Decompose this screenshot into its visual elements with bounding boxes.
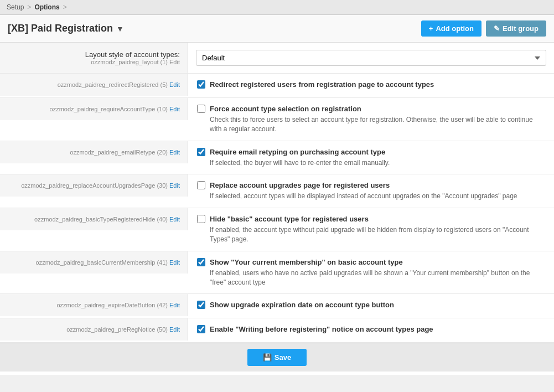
option-checkbox[interactable] [197, 80, 205, 89]
checkbox-row: Redirect registered users from registrat… [197, 80, 545, 89]
option-key: ozzmodz_paidreg_replaceAccountUpgradesPa… [6, 182, 180, 189]
save-icon: 💾 [263, 353, 272, 362]
option-content-cell: Replace account upgrades page for regist… [188, 174, 554, 208]
option-label: Replace account upgrades page for regist… [210, 181, 390, 189]
edit-group-label: Edit group [503, 24, 539, 33]
option-checkbox[interactable] [197, 105, 205, 113]
option-row: ozzmodz_paidreg_basicTypeRegisteredHide … [0, 208, 554, 251]
option-label-cell: ozzmodz_paidreg_redirectRegistered (5) E… [0, 74, 188, 96]
option-label-cell: ozzmodz_paidreg_basicTypeRegisteredHide … [0, 208, 188, 230]
option-content-cell: Show "Your current membership" on basic … [188, 251, 554, 294]
option-key: ozzmodz_paidreg_basicTypeRegisteredHide … [6, 216, 180, 223]
layout-key: ozzmodz_paidreg_layout (1) Edit [6, 59, 180, 65]
option-label-cell: ozzmodz_paidreg_preRegNotice (50) Edit [0, 318, 188, 341]
checkbox-row: Replace account upgrades page for regist… [197, 181, 545, 189]
option-content-cell: Force account type selection on registra… [188, 98, 554, 141]
plus-icon: + [429, 24, 433, 33]
checkbox-row: Show "Your current membership" on basic … [197, 258, 545, 266]
option-key: ozzmodz_paidreg_expireDateButton (42) Ed… [6, 302, 180, 308]
checkbox-row: Require email retyping on purchasing acc… [197, 148, 545, 156]
option-row: ozzmodz_paidreg_redirectRegistered (5) E… [0, 74, 554, 98]
option-key: ozzmodz_paidreg_redirectRegistered (5) E… [6, 81, 180, 88]
option-checkbox[interactable] [197, 181, 205, 189]
page-header: [XB] Paid Registration ▼ + Add option ✎ … [0, 15, 554, 43]
option-row: ozzmodz_paidreg_emailRetype (20) EditReq… [0, 141, 554, 175]
layout-label-text: Layout style of account types: [85, 50, 180, 59]
breadcrumb-sep1: > [27, 3, 31, 11]
option-checkbox[interactable] [197, 215, 205, 223]
option-content-cell: Show upgrade expiration date on account … [188, 294, 554, 318]
option-description: If selected, the buyer will have to re-e… [210, 158, 545, 168]
option-checkbox[interactable] [197, 301, 205, 309]
option-label: Show "Your current membership" on basic … [210, 258, 403, 266]
option-row: ozzmodz_paidreg_expireDateButton (42) Ed… [0, 294, 554, 318]
checkbox-row: Enable "Writing before registering" noti… [197, 325, 545, 333]
option-label-cell: ozzmodz_paidreg_basicCurrentMembership (… [0, 251, 188, 274]
layout-content-cell: Default [188, 44, 554, 71]
breadcrumb-setup[interactable]: Setup [7, 3, 24, 11]
option-label-cell: ozzmodz_paidreg_replaceAccountUpgradesPa… [0, 174, 188, 197]
option-content-cell: Hide "basic" account type for registered… [188, 208, 554, 251]
option-edit-link[interactable]: Edit [169, 81, 180, 88]
checkbox-row: Force account type selection on registra… [197, 105, 545, 113]
add-option-button[interactable]: + Add option [421, 20, 481, 37]
option-description: Check this to force users to select an a… [210, 115, 545, 134]
checkbox-row: Show upgrade expiration date on account … [197, 301, 545, 309]
option-description: If enabled, the account type without pai… [210, 225, 545, 244]
layout-edit-link[interactable]: Edit [169, 59, 180, 65]
breadcrumb-options[interactable]: Options [34, 3, 59, 11]
option-content-cell: Enable "Writing before registering" noti… [188, 318, 554, 342]
option-label: Redirect registered users from registrat… [210, 80, 434, 89]
option-checkbox[interactable] [197, 325, 205, 333]
edit-group-button[interactable]: ✎ Edit group [486, 20, 546, 37]
page-title: [XB] Paid Registration ▼ [8, 23, 124, 34]
option-label: Require email retyping on purchasing acc… [210, 148, 385, 156]
save-button[interactable]: 💾 Save [247, 349, 307, 366]
footer-bar: 💾 Save [0, 343, 554, 372]
page-title-text: [XB] Paid Registration [8, 23, 113, 34]
option-label-cell: ozzmodz_paidreg_expireDateButton (42) Ed… [0, 294, 188, 316]
breadcrumb: Setup > Options > [0, 0, 554, 15]
layout-label-cell: Layout style of account types: ozzmodz_p… [0, 43, 188, 73]
option-label: Hide "basic" account type for registered… [210, 215, 369, 223]
option-checkbox[interactable] [197, 148, 205, 156]
add-option-label: Add option [436, 24, 474, 33]
option-row: ozzmodz_paidreg_requireAccountType (10) … [0, 98, 554, 141]
option-content-cell: Require email retyping on purchasing acc… [188, 141, 554, 174]
edit-icon: ✎ [494, 24, 500, 33]
main-content: Layout style of account types: ozzmodz_p… [0, 43, 554, 375]
option-edit-link[interactable]: Edit [169, 259, 180, 266]
option-label-cell: ozzmodz_paidreg_emailRetype (20) Edit [0, 141, 188, 163]
option-label: Show upgrade expiration date on account … [210, 301, 394, 309]
option-checkbox[interactable] [197, 258, 205, 266]
option-edit-link[interactable]: Edit [169, 106, 180, 112]
header-buttons: + Add option ✎ Edit group [421, 20, 546, 37]
option-description: If selected, account types will be displ… [210, 192, 545, 201]
option-key: ozzmodz_paidreg_preRegNotice (50) Edit [6, 326, 180, 333]
option-description: If enabled, users who have no active pai… [210, 269, 545, 287]
option-key: ozzmodz_paidreg_requireAccountType (10) … [6, 106, 180, 112]
option-label-cell: ozzmodz_paidreg_requireAccountType (10) … [0, 98, 188, 120]
option-edit-link[interactable]: Edit [169, 302, 180, 308]
layout-dropdown[interactable]: Default [196, 50, 546, 66]
option-edit-link[interactable]: Edit [169, 216, 180, 223]
option-content-cell: Redirect registered users from registrat… [188, 74, 554, 97]
checkbox-row: Hide "basic" account type for registered… [197, 215, 545, 223]
option-row: ozzmodz_paidreg_preRegNotice (50) EditEn… [0, 318, 554, 343]
option-label: Force account type selection on registra… [210, 105, 361, 113]
option-edit-link[interactable]: Edit [169, 149, 180, 156]
option-edit-link[interactable]: Edit [169, 326, 180, 333]
breadcrumb-sep2: > [63, 3, 67, 11]
options-container: ozzmodz_paidreg_redirectRegistered (5) E… [0, 74, 554, 343]
layout-key-text: ozzmodz_paidreg_layout (1) [91, 59, 168, 65]
save-label: Save [275, 353, 291, 362]
option-key: ozzmodz_paidreg_emailRetype (20) Edit [6, 149, 180, 156]
option-label: Enable "Writing before registering" noti… [210, 325, 433, 333]
option-row: ozzmodz_paidreg_basicCurrentMembership (… [0, 251, 554, 295]
title-dropdown-icon[interactable]: ▼ [116, 24, 124, 33]
option-edit-link[interactable]: Edit [169, 182, 180, 189]
option-row: ozzmodz_paidreg_replaceAccountUpgradesPa… [0, 174, 554, 208]
layout-row: Layout style of account types: ozzmodz_p… [0, 43, 554, 74]
option-key: ozzmodz_paidreg_basicCurrentMembership (… [6, 259, 180, 266]
